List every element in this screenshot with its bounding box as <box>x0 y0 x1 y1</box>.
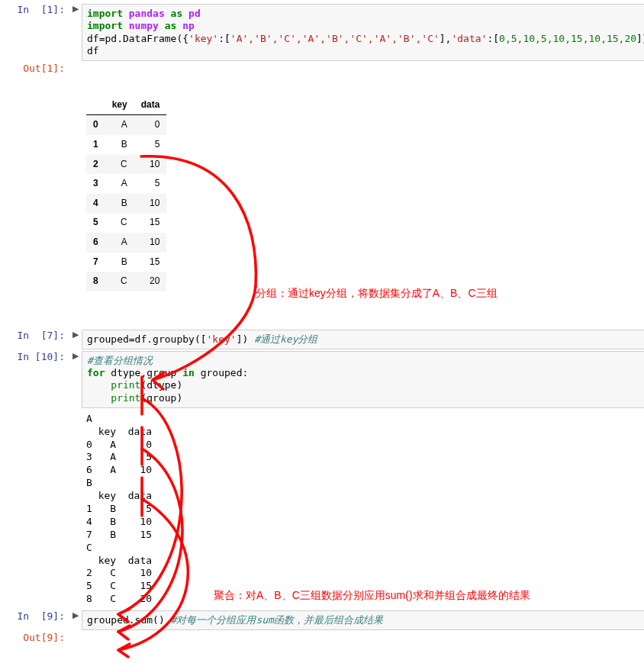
code-input-10[interactable]: #查看分组情况 for dtype,group in grouped: prin… <box>82 351 644 408</box>
code-input-7[interactable]: grouped=df.groupby(['key']) #通过key分组 <box>82 330 644 349</box>
run-button-10[interactable]: ▶ <box>72 351 82 408</box>
prompt-out-1: Out[1]: <box>4 63 72 328</box>
prompt-in-9: In [9]: <box>4 610 72 630</box>
cell-in-1: In [1]: ▶ import pandas as pd import num… <box>4 4 644 61</box>
cell-out-10: A key data 0 A 0 3 A 5 6 A 10 B key data… <box>4 410 644 609</box>
prompt-in-7: In [7]: <box>4 330 72 349</box>
output-10: A key data 0 A 0 3 A 5 6 A 10 B key data… <box>82 410 644 609</box>
code-input-9[interactable]: grouped.sum() #对每一个分组应用sum函数，并最后组合成结果 <box>82 610 644 630</box>
cell-in-7: In [7]: ▶ grouped=df.groupby(['key']) #通… <box>4 330 644 349</box>
run-button-9[interactable]: ▶ <box>72 610 82 630</box>
cell-out-9: Out[9]: datakeyA15B30C45 <box>4 632 644 663</box>
output-1: keydata0A01B52C103A54B105C156A107B158C20 <box>82 63 644 328</box>
run-button-1[interactable]: ▶ <box>72 4 82 61</box>
dataframe-table-1: keydata0A01B52C103A54B105C156A107B158C20 <box>86 95 166 291</box>
run-button-7[interactable]: ▶ <box>72 330 82 349</box>
prompt-out-9: Out[9]: <box>4 632 72 663</box>
cell-in-9: In [9]: ▶ grouped.sum() #对每一个分组应用sum函数，并… <box>4 610 644 630</box>
code-input-1[interactable]: import pandas as pd import numpy as np d… <box>82 4 644 61</box>
cell-in-10: In [10]: ▶ #查看分组情况 for dtype,group in gr… <box>4 351 644 408</box>
cell-out-1: Out[1]: keydata0A01B52C103A54B105C156A10… <box>4 63 644 328</box>
output-9: datakeyA15B30C45 <box>82 632 644 663</box>
prompt-in-10: In [10]: <box>4 351 72 408</box>
prompt-in-1: In [1]: <box>4 4 72 61</box>
